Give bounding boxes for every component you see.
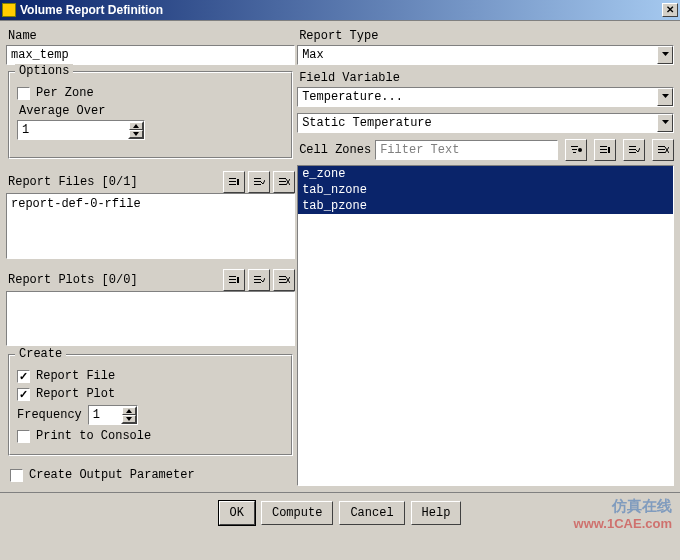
svg-rect-36 [629,149,636,150]
report-files-list[interactable]: report-def-0-rfile [6,193,295,259]
avg-over-spinner[interactable]: 1 [17,120,145,140]
svg-rect-19 [279,276,286,277]
svg-rect-16 [254,276,261,277]
svg-rect-17 [254,279,261,280]
list-item[interactable]: e_zone [298,166,673,182]
svg-rect-27 [571,146,578,147]
svg-rect-11 [279,184,286,185]
svg-rect-40 [658,152,665,153]
report-type-combo[interactable]: Max [297,45,674,65]
select-all-icon[interactable] [248,269,270,291]
deselect-all-icon[interactable] [273,269,295,291]
svg-point-30 [578,148,582,152]
svg-marker-22 [126,409,132,413]
deselect-all-icon[interactable] [273,171,295,193]
svg-rect-33 [600,152,607,153]
svg-rect-39 [658,149,665,150]
svg-marker-1 [133,132,139,136]
report-plot-label: Report Plot [36,387,115,401]
field-variable-label: Field Variable [299,71,674,85]
chevron-down-icon[interactable] [657,46,673,64]
svg-marker-24 [662,52,669,56]
svg-rect-15 [237,277,239,283]
svg-rect-32 [600,149,607,150]
list-toggle-icon[interactable] [594,139,616,161]
options-legend: Options [15,64,73,78]
report-type-label: Report Type [299,29,674,43]
spin-down-icon[interactable] [129,130,143,138]
svg-rect-37 [629,152,636,153]
svg-rect-35 [629,146,636,147]
print-console-label: Print to Console [36,429,151,443]
watermark: 仿真在线 www.1CAE.com [574,497,672,531]
svg-rect-3 [229,181,236,182]
field-variable-combo[interactable]: Static Temperature [297,113,674,133]
print-console-checkbox[interactable] [17,430,30,443]
cell-zones-label: Cell Zones [299,143,371,157]
spin-up-icon[interactable] [122,407,136,415]
ok-button[interactable]: OK [219,501,255,525]
filter-toggle-icon[interactable] [565,139,587,161]
per-zone-label: Per Zone [36,86,94,100]
list-toggle-icon[interactable] [223,171,245,193]
svg-rect-10 [279,181,286,182]
button-row: OK Compute Cancel Help 仿真在线 www.1CAE.com [0,492,680,533]
select-all-icon[interactable] [248,171,270,193]
help-button[interactable]: Help [411,501,462,525]
report-plot-checkbox[interactable]: ✓ [17,388,30,401]
close-button[interactable]: ✕ [662,3,678,17]
create-output-label: Create Output Parameter [29,468,195,482]
svg-rect-34 [608,147,610,153]
report-files-label: Report Files [0/1] [8,175,220,189]
title-bar: Volume Report Definition ✕ [0,0,680,20]
svg-rect-14 [229,282,236,283]
cancel-button[interactable]: Cancel [339,501,404,525]
svg-rect-9 [279,178,286,179]
deselect-all-icon[interactable] [652,139,674,161]
list-item[interactable]: report-def-0-rfile [11,197,290,211]
field-category-combo[interactable]: Temperature... [297,87,674,107]
svg-marker-0 [133,124,139,128]
spin-up-icon[interactable] [129,122,143,130]
svg-rect-31 [600,146,607,147]
list-item[interactable]: tab_pzone [298,198,673,214]
svg-rect-7 [254,181,261,182]
report-file-checkbox[interactable]: ✓ [17,370,30,383]
svg-rect-5 [237,179,239,185]
app-icon [2,3,16,17]
window-title: Volume Report Definition [20,3,662,17]
chevron-down-icon[interactable] [657,88,673,106]
name-input[interactable]: max_temp [6,45,295,65]
svg-rect-8 [254,184,261,185]
name-label: Name [8,29,295,43]
list-toggle-icon[interactable] [223,269,245,291]
svg-rect-13 [229,279,236,280]
svg-rect-4 [229,184,236,185]
cell-zones-filter[interactable]: Filter Text [375,140,558,160]
frequency-label: Frequency [17,408,82,422]
compute-button[interactable]: Compute [261,501,333,525]
svg-marker-23 [126,417,132,421]
svg-rect-12 [229,276,236,277]
svg-rect-21 [279,282,286,283]
frequency-spinner[interactable]: 1 [88,405,138,425]
svg-marker-25 [662,94,669,98]
svg-rect-29 [573,152,576,153]
svg-rect-38 [658,146,665,147]
per-zone-checkbox[interactable] [17,87,30,100]
report-file-label: Report File [36,369,115,383]
svg-marker-26 [662,120,669,124]
list-item[interactable]: tab_nzone [298,182,673,198]
svg-rect-28 [572,149,577,150]
create-legend: Create [15,347,66,361]
spin-down-icon[interactable] [122,415,136,423]
svg-rect-6 [254,178,261,179]
report-plots-list[interactable] [6,291,295,346]
svg-rect-20 [279,279,286,280]
chevron-down-icon[interactable] [657,114,673,132]
svg-rect-18 [254,282,261,283]
avg-over-label: Average Over [19,104,284,118]
cell-zones-list[interactable]: e_zone tab_nzone tab_pzone [297,165,674,486]
select-all-icon[interactable] [623,139,645,161]
create-output-checkbox[interactable] [10,469,23,482]
